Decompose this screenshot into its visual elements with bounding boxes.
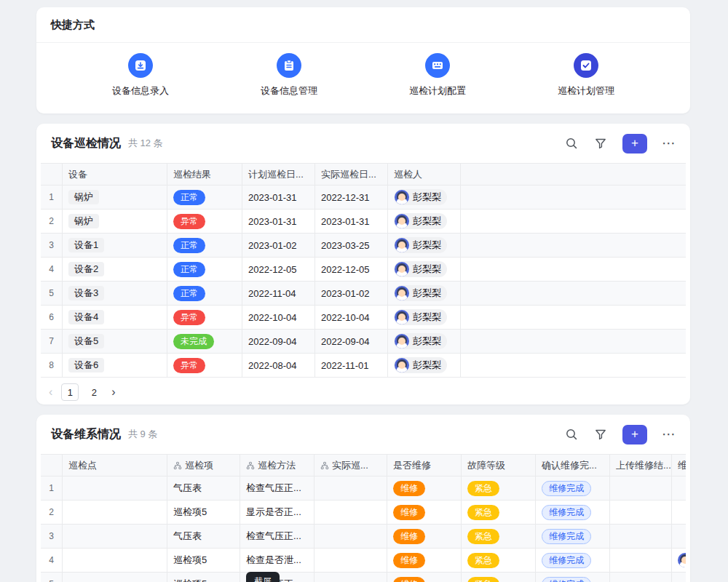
status-badge: 正常: [173, 286, 205, 301]
actual-date-cell: 2023-01-02: [315, 282, 388, 305]
person-name: 彭梨梨: [413, 263, 441, 276]
worker-cell: [672, 525, 686, 548]
header-result[interactable]: 巡检结果: [167, 164, 242, 185]
header-plan-date[interactable]: 计划巡检日...: [242, 164, 315, 185]
plan-date-cell: 2023-01-31: [242, 186, 315, 209]
upload-cell: [610, 549, 672, 572]
more-menu-icon[interactable]: ⋯: [662, 427, 676, 442]
inspection-card: 设备巡检情况 共 12 条 + ⋯ 设备 巡检结果 计划巡检日... 实际巡检日…: [36, 124, 690, 404]
table-row[interactable]: 3 气压表 检查气压正... 维修 紧急 维修完成: [41, 525, 686, 549]
row-filler: [461, 282, 686, 305]
repair-cell: 维修: [387, 573, 462, 582]
header-actual-date[interactable]: 实际巡检日...: [315, 164, 388, 185]
status-badge: 异常: [173, 310, 205, 325]
lookup-field-icon: [173, 461, 182, 470]
device-chip: 设备2: [68, 262, 104, 276]
avatar: [395, 238, 409, 252]
inspector-cell: 彭梨梨: [388, 186, 461, 209]
level-cell: 紧急: [462, 549, 536, 572]
plan-date-cell: 2022-11-04: [242, 282, 315, 305]
shortcut-device-entry[interactable]: 设备信息录入: [112, 53, 169, 97]
table-row[interactable]: 4 巡检项5 检查是否泄... 维修 紧急 维修完成: [41, 549, 686, 573]
avatar: [395, 214, 409, 228]
urgent-badge: 紧急: [467, 505, 499, 520]
header-actual[interactable]: 实际巡...: [314, 455, 387, 476]
table-row[interactable]: 2 巡检项5 显示是否正... 维修 紧急 维修完成: [41, 501, 686, 525]
method-cell: 检查气压正...: [240, 525, 314, 548]
item-cell: 气压表: [167, 525, 240, 548]
point-cell: [63, 549, 167, 572]
avatar: [395, 286, 409, 300]
header-item[interactable]: 巡检项: [167, 455, 240, 476]
inspector-cell: 彭梨梨: [388, 282, 461, 305]
row-index: 1: [41, 477, 63, 500]
header-confirm[interactable]: 确认维修完...: [536, 455, 610, 476]
header-inspector[interactable]: 巡检人: [388, 164, 461, 185]
actual-cell: [314, 573, 387, 582]
page-2[interactable]: 2: [85, 383, 103, 401]
header-method[interactable]: 巡检方法: [240, 455, 314, 476]
actual-date-cell: 2022-11-01: [315, 354, 388, 377]
status-badge: 正常: [173, 262, 205, 277]
result-cell: 正常: [167, 234, 242, 257]
result-cell: 正常: [167, 282, 242, 305]
table-row[interactable]: 2 锅炉 异常 2023-01-31 2023-01-31 彭梨梨: [41, 210, 686, 234]
table-row[interactable]: 5 设备3 正常 2022-11-04 2023-01-02 彭梨梨: [41, 282, 686, 306]
add-record-button[interactable]: +: [622, 134, 647, 154]
more-menu-icon[interactable]: ⋯: [662, 136, 676, 151]
item-cell: 巡检项5: [167, 573, 240, 582]
header-filler: [461, 164, 686, 185]
device-chip: 设备1: [68, 238, 104, 252]
shortcut-label: 巡检计划配置: [409, 84, 466, 97]
person-name: 彭梨梨: [413, 215, 441, 228]
avatar: [395, 358, 409, 372]
filter-icon[interactable]: [593, 427, 608, 442]
plan-date-cell: 2022-12-05: [242, 258, 315, 281]
row-filler: [461, 210, 686, 233]
shortcut-plan-config[interactable]: 巡检计划配置: [409, 53, 466, 97]
page-1[interactable]: 1: [61, 383, 79, 401]
header-repair[interactable]: 是否维修: [387, 455, 462, 476]
search-icon[interactable]: [564, 427, 579, 442]
header-device[interactable]: 设备: [63, 164, 167, 185]
next-page-icon[interactable]: ›: [109, 386, 117, 399]
table-row[interactable]: 5 巡检项5 显示是否正... 维修 紧急 维修完成: [41, 573, 686, 582]
shortcut-plan-manage[interactable]: 巡检计划管理: [558, 53, 614, 97]
row-index: 5: [41, 573, 63, 582]
shortcut-device-manage[interactable]: 设备信息管理: [261, 53, 317, 97]
add-record-button[interactable]: +: [622, 425, 647, 445]
row-filler: [461, 258, 686, 281]
search-icon[interactable]: [564, 136, 579, 151]
table-row[interactable]: 1 气压表 检查气压正... 维修 紧急 维修完成: [41, 477, 686, 501]
maintenance-card: 设备维系情况 共 9 条 + ⋯ 巡检点 巡检项 巡检方法 实际巡... 是否维…: [36, 415, 690, 582]
actual-date-cell: 2023-01-31: [315, 210, 388, 233]
row-index: 1: [41, 186, 63, 209]
inspection-toolbar: + ⋯: [564, 134, 676, 154]
row-index: 5: [41, 282, 63, 305]
table-row[interactable]: 3 设备1 正常 2023-01-02 2023-03-25 彭梨梨: [41, 234, 686, 258]
table-row[interactable]: 8 设备6 异常 2022-08-04 2022-11-01 彭梨梨: [41, 354, 686, 378]
plan-date-cell: 2023-01-02: [242, 234, 315, 257]
header-level[interactable]: 故障等级: [462, 455, 536, 476]
header-upload[interactable]: 上传维修结...: [610, 455, 672, 476]
status-badge: 正常: [173, 190, 205, 205]
table-row[interactable]: 4 设备2 正常 2022-12-05 2022-12-05 彭梨梨: [41, 258, 686, 282]
result-cell: 异常: [167, 210, 242, 233]
header-worker[interactable]: 维...: [672, 455, 686, 476]
filter-icon[interactable]: [593, 136, 608, 151]
prev-page-icon[interactable]: ‹: [47, 386, 55, 399]
row-index: 8: [41, 354, 63, 377]
person-name: 彭梨梨: [413, 335, 441, 348]
table-row[interactable]: 6 设备4 异常 2022-10-04 2022-10-04 彭梨梨: [41, 306, 686, 330]
inspector-cell: 彭梨梨: [388, 234, 461, 257]
urgent-badge: 紧急: [467, 553, 499, 568]
level-cell: 紧急: [462, 525, 536, 548]
device-cell: 设备5: [63, 330, 167, 353]
item-cell: 巡检项5: [167, 549, 240, 572]
actual-date-cell: 2022-10-04: [315, 306, 388, 329]
table-row[interactable]: 1 锅炉 正常 2023-01-31 2022-12-31 彭梨梨: [41, 186, 686, 210]
row-filler: [461, 306, 686, 329]
upload-cell: [610, 525, 672, 548]
header-point[interactable]: 巡检点: [63, 455, 167, 476]
table-row[interactable]: 7 设备5 未完成 2022-09-04 2022-09-04 彭梨梨: [41, 330, 686, 354]
